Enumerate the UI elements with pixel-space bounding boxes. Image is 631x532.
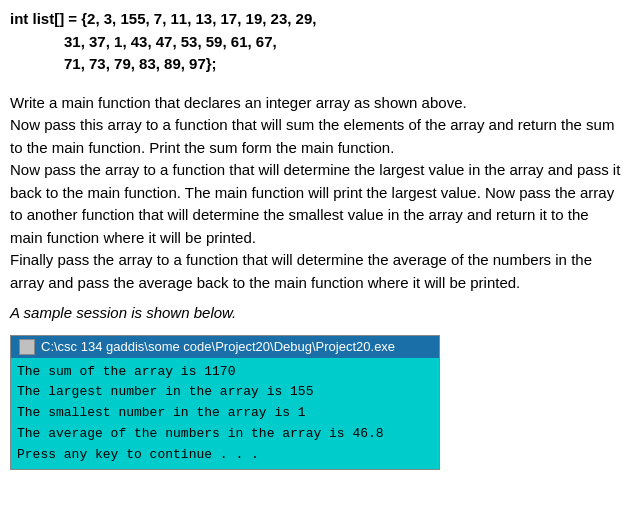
console-icon — [19, 339, 35, 355]
code-line-1: int list[] = {2, 3, 155, 7, 11, 13, 17, … — [10, 8, 621, 31]
paragraph-5: A sample session is shown below. — [10, 302, 621, 325]
console-body: The sum of the array is 1170 The largest… — [11, 358, 439, 470]
console-line-3: The smallest number in the array is 1 — [17, 403, 433, 424]
console-line-5: Press any key to continue . . . — [17, 445, 433, 466]
console-line-2: The largest number in the array is 155 — [17, 382, 433, 403]
paragraph-1: Write a main function that declares an i… — [10, 92, 621, 115]
code-line-2: 31, 37, 1, 43, 47, 53, 59, 61, 67, — [10, 31, 621, 54]
paragraph-3: Now pass the array to a function that wi… — [10, 159, 621, 249]
paragraph-4: Finally pass the array to a function tha… — [10, 249, 621, 294]
code-line-3: 71, 73, 79, 83, 89, 97}; — [10, 53, 621, 76]
console-line-1: The sum of the array is 1170 — [17, 362, 433, 383]
console-window: C:\csc 134 gaddis\some code\Project20\De… — [10, 335, 440, 471]
paragraph-2: Now pass this array to a function that w… — [10, 114, 621, 159]
console-title: C:\csc 134 gaddis\some code\Project20\De… — [41, 339, 395, 354]
code-block: int list[] = {2, 3, 155, 7, 11, 13, 17, … — [10, 8, 621, 76]
console-titlebar: C:\csc 134 gaddis\some code\Project20\De… — [11, 336, 439, 358]
console-line-4: The average of the numbers in the array … — [17, 424, 433, 445]
instructions: Write a main function that declares an i… — [10, 92, 621, 325]
